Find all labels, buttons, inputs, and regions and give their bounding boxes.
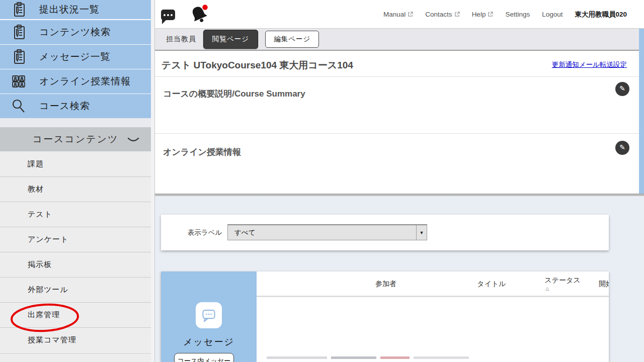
message-table-panel: メッセージ コース内メッセー 参加者 タイトル ステータス △ 開始日▽ 最終更… [161, 272, 609, 362]
sidebar-item-surveys[interactable]: アンケート [0, 227, 151, 252]
message-category-cell: メッセージ コース内メッセー [161, 272, 257, 362]
col-header-start-date[interactable]: 開始日▽ [599, 280, 609, 289]
sidebar-item-attendance[interactable]: 出席管理 [0, 302, 151, 327]
col-header-title: タイトル [477, 280, 506, 289]
top-nav: Manual Contacts Help [383, 0, 627, 29]
course-message-button[interactable]: コース内メッセー [174, 353, 234, 362]
upper-content: 担当教員 閲覧ページ 編集ページ テスト UTokyoCourse104 東大用… [155, 29, 639, 194]
sidebar-item-label: 出席管理 [28, 310, 60, 320]
link-label: Help [472, 11, 486, 18]
link-label: Contacts [425, 11, 452, 18]
top-bar: Manual Contacts Help [155, 0, 644, 29]
sidebar-item-class-slot-management[interactable]: 授業コマ管理 [0, 327, 151, 352]
chevron-down-icon [127, 136, 140, 145]
sidebar-item-materials[interactable]: 教材 [0, 176, 151, 202]
main-area: Manual Contacts Help [155, 0, 644, 362]
col-header-participants: 参加者 [375, 280, 396, 289]
external-link-icon [408, 12, 413, 17]
sidebar-content-list: 課題 教材 テスト アンケート 掲示板 外部ツール 出席管理 授業コマ管理 [0, 151, 151, 352]
sidebar-spacer [0, 118, 151, 127]
sidebar-item-label: メッセージ一覧 [39, 50, 111, 63]
external-link-icon [454, 12, 460, 17]
sidebar-item-assignments[interactable]: 課題 [0, 151, 151, 176]
sidebar-item-content-search[interactable]: コンテンツ検索 [0, 20, 151, 44]
edit-online-class-info-button[interactable]: ✎ [615, 141, 629, 155]
filter-panel: 表示ラベル すべて ▼ [161, 215, 609, 250]
col-header-label: ステータス [544, 276, 580, 284]
external-link-icon [488, 12, 493, 17]
dropdown-arrow-icon: ▼ [416, 225, 427, 240]
course-sections: コースの概要説明/Course Summary ✎ オンライン授業情報 ✎ [155, 77, 639, 194]
edit-course-summary-button[interactable]: ✎ [615, 82, 629, 96]
sidebar: 提出状況一覧 コンテンツ検索 メッセージ一覧 [0, 0, 151, 362]
tab-view-page[interactable]: 閲覧ページ [203, 30, 258, 49]
sidebar-item-course-search[interactable]: コース検索 [0, 94, 151, 118]
chat-bubble-icon[interactable] [161, 10, 175, 20]
page: 提出状況一覧 コンテンツ検索 メッセージ一覧 [0, 0, 644, 362]
tab-strip: 担当教員 閲覧ページ 編集ページ [155, 29, 639, 51]
clipped-table-row [267, 355, 508, 362]
section-title-online-class-info: オンライン授業情報 [163, 146, 241, 158]
display-label-select[interactable]: すべて ▼ [227, 224, 427, 240]
lower-area: 表示ラベル すべて ▼ [155, 196, 644, 362]
message-panel-title: メッセージ [161, 336, 257, 348]
sidebar-item-label: 提出状況一覧 [39, 3, 100, 16]
sidebar-item-label: アンケート [28, 235, 68, 244]
clipboard-list-icon [10, 1, 27, 18]
sidebar-item-label: 外部ツール [28, 285, 68, 295]
sidebar-section-course-contents[interactable]: コースコンテンツ [0, 127, 151, 151]
upper-content-backdrop: 担当教員 閲覧ページ 編集ページ テスト UTokyoCourse104 東大用… [155, 29, 644, 196]
clipboard-list-icon [10, 24, 27, 41]
link-label: Logout [542, 11, 562, 18]
display-label: 表示ラベル [188, 228, 222, 237]
table-header-divider [257, 296, 609, 297]
sidebar-item-message-list[interactable]: メッセージ一覧 [0, 45, 151, 69]
tab-edit-page[interactable]: 編集ページ [265, 31, 319, 48]
sidebar-item-online-class-info[interactable]: オンライン授業情報 [0, 69, 151, 94]
clipboard-list-icon [10, 48, 27, 65]
sidebar-item-external-tools[interactable]: 外部ツール [0, 277, 151, 302]
sidebar-item-label: コース検索 [39, 100, 90, 113]
sidebar-item-label: テスト [28, 210, 52, 219]
update-mail-settings-link[interactable]: 更新通知メール転送設定 [552, 60, 627, 69]
col-header-status[interactable]: ステータス △ [544, 276, 580, 291]
pencil-icon: ✎ [619, 144, 625, 151]
role-label: 担当教員 [166, 35, 196, 44]
message-bubble-icon [196, 302, 222, 328]
sidebar-item-label: オンライン授業情報 [39, 75, 131, 88]
bell-icon[interactable] [188, 3, 211, 26]
layout-divider [151, 0, 155, 362]
sort-asc-icon: △ [544, 286, 580, 291]
sidebar-section-label: コースコンテンツ [32, 133, 118, 146]
sidebar-clipped-item [0, 353, 151, 362]
manual-link[interactable]: Manual [383, 11, 413, 18]
notification-dot [202, 5, 207, 10]
search-icon [10, 98, 27, 115]
link-label: Manual [383, 11, 406, 18]
help-link[interactable]: Help [472, 11, 494, 18]
sidebar-item-tests[interactable]: テスト [0, 202, 151, 227]
sidebar-item-label: 課題 [28, 159, 44, 169]
sidebar-item-label: 掲示板 [28, 260, 52, 269]
link-label: Settings [505, 11, 530, 18]
sidebar-item-label: コンテンツ検索 [39, 26, 111, 39]
sidebar-item-label: 授業コマ管理 [28, 335, 76, 345]
sidebar-item-submission-status[interactable]: 提出状況一覧 [0, 0, 151, 19]
course-title: テスト UTokyoCourse104 東大用コース104 [162, 59, 353, 72]
settings-link[interactable]: Settings [505, 11, 530, 18]
sidebar-item-label: 教材 [28, 185, 44, 194]
pencil-icon: ✎ [619, 85, 625, 92]
username: 東大用教職員020 [575, 10, 627, 19]
course-title-row: テスト UTokyoCourse104 東大用コース104 更新通知メール転送設… [155, 52, 639, 77]
col-header-label: 開始日 [599, 280, 609, 288]
section-divider [155, 133, 639, 134]
video-grid-icon [10, 73, 27, 90]
table-header-row: 参加者 タイトル ステータス △ 開始日▽ 最終更新日▽ [257, 272, 609, 296]
contacts-link[interactable]: Contacts [425, 11, 459, 18]
sidebar-item-forum[interactable]: 掲示板 [0, 252, 151, 277]
select-value: すべて [234, 228, 255, 237]
section-title-course-summary: コースの概要説明/Course Summary [163, 88, 305, 100]
logout-link[interactable]: Logout [542, 11, 562, 18]
